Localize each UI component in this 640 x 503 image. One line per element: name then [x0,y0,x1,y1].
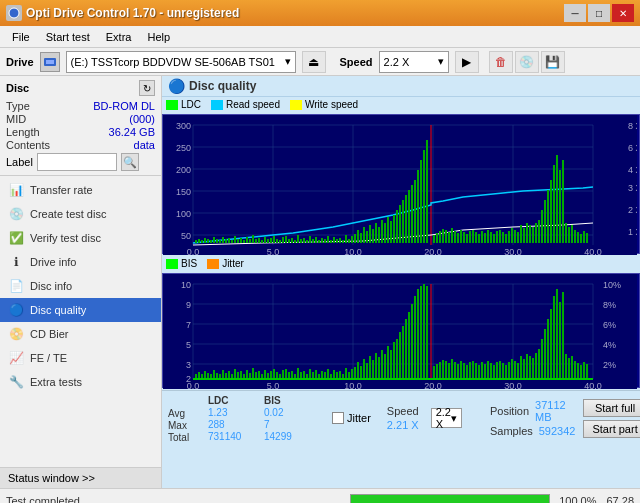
speed-label: Speed [340,56,373,68]
svg-text:4%: 4% [603,340,616,350]
chart-header: 🔵 Disc quality [162,76,640,97]
status-window-button[interactable]: Status window >> [0,467,161,488]
svg-rect-264 [405,319,407,379]
speed-apply-icon[interactable]: ▶ [455,51,479,73]
svg-rect-65 [288,239,290,243]
sidebar-item-disc-info[interactable]: 📄 Disc info [0,274,161,298]
svg-rect-286 [475,363,477,379]
verify-test-disc-label: Verify test disc [30,232,101,244]
svg-rect-155 [562,160,564,243]
svg-rect-82 [339,238,341,243]
svg-rect-223 [282,370,284,379]
svg-rect-115 [442,229,444,243]
svg-rect-260 [393,342,395,379]
speed-stat-select[interactable]: 2.2 X ▾ [431,408,462,428]
speed-select[interactable]: 2.2 X ▾ [379,51,449,73]
svg-rect-271 [426,286,428,379]
svg-text:20.0: 20.0 [424,381,442,389]
svg-rect-298 [511,359,513,379]
svg-rect-114 [439,231,441,243]
progress-bar [351,495,549,503]
svg-rect-211 [246,370,248,379]
svg-rect-58 [267,239,269,243]
sidebar-item-disc-quality[interactable]: 🔵 Disc quality [0,298,161,322]
svg-rect-267 [414,296,416,379]
svg-rect-135 [502,232,504,243]
disc-section: Disc ↻ Type BD-ROM DL MID (000) Length 3… [0,76,161,176]
svg-rect-159 [574,230,576,243]
jitter-section: Jitter [332,412,371,424]
svg-rect-319 [574,361,576,379]
read-speed-label: Read speed [226,99,280,110]
svg-rect-49 [240,238,242,243]
maximize-button[interactable]: □ [588,4,610,22]
svg-rect-137 [508,231,510,243]
disc-label-label: Label [6,156,33,168]
sidebar-item-create-test-disc[interactable]: 💿 Create test disc [0,202,161,226]
svg-rect-52 [249,239,251,243]
svg-rect-131 [490,232,492,243]
svg-rect-101 [396,210,398,243]
disc-label-input[interactable] [37,153,117,171]
disc-length-row: Length 36.24 GB [6,126,155,138]
drive-info-label: Drive info [30,256,76,268]
max-bis: 7 [264,419,304,430]
close-button[interactable]: ✕ [612,4,634,22]
svg-rect-297 [508,362,510,379]
svg-rect-248 [357,362,359,379]
start-part-button[interactable]: Start part [583,420,640,438]
svg-rect-107 [414,180,416,243]
verify-test-disc-icon: ✅ [8,230,24,246]
drive-select[interactable]: (E:) TSSTcorp BDDVDW SE-506AB TS01 ▾ [66,51,296,73]
svg-rect-282 [463,363,465,379]
max-label: Max [168,420,200,431]
menu-start-test[interactable]: Start test [38,29,98,45]
svg-rect-321 [580,365,582,379]
sidebar-item-verify-test-disc[interactable]: ✅ Verify test disc [0,226,161,250]
svg-rect-86 [351,236,353,243]
app-icon [6,5,22,21]
svg-rect-36 [201,240,203,243]
jitter-label: Jitter [347,412,371,424]
svg-rect-228 [297,368,299,379]
transfer-rate-icon: 📊 [8,182,24,198]
samples-row: Samples 592342 [490,425,576,437]
create-test-disc-icon: 💿 [8,206,24,222]
svg-text:5.0: 5.0 [267,381,280,389]
start-full-button[interactable]: Start full [583,399,640,417]
sidebar-item-drive-info[interactable]: ℹ Drive info [0,250,161,274]
title-bar-text: Opti Drive Control 1.70 - unregistered [26,6,239,20]
svg-rect-220 [273,369,275,379]
disc-label-icon[interactable]: 🔍 [121,153,139,171]
svg-rect-229 [300,372,302,379]
time-text: 67.28 [606,495,634,503]
disc-refresh-button[interactable]: ↻ [139,80,155,96]
menu-help[interactable]: Help [139,29,178,45]
svg-rect-116 [445,230,447,243]
drive-icon [40,52,60,72]
menu-file[interactable]: File [4,29,38,45]
sidebar-item-fe-te[interactable]: 📈 FE / TE [0,346,161,370]
burn-icon[interactable]: 💿 [515,51,539,73]
svg-text:5.0: 5.0 [267,247,280,255]
sidebar-item-transfer-rate[interactable]: 📊 Transfer rate [0,178,161,202]
svg-rect-217 [264,370,266,379]
svg-rect-83 [342,240,344,243]
svg-rect-224 [285,369,287,379]
svg-rect-309 [544,329,546,379]
svg-rect-67 [294,240,296,243]
total-label: Total [168,432,200,443]
svg-text:3 X: 3 X [628,183,637,193]
svg-rect-57 [264,237,266,243]
sidebar-item-extra-tests[interactable]: 🔧 Extra tests [0,370,161,394]
disc-type-label: Type [6,100,30,112]
save-icon[interactable]: 💾 [541,51,565,73]
drive-eject-icon[interactable]: ⏏ [302,51,326,73]
erase-icon[interactable]: 🗑 [489,51,513,73]
jitter-checkbox[interactable] [332,412,344,424]
svg-rect-108 [417,170,419,243]
extra-tests-icon: 🔧 [8,374,24,390]
sidebar-item-cd-bier[interactable]: 📀 CD Bier [0,322,161,346]
menu-extra[interactable]: Extra [98,29,140,45]
minimize-button[interactable]: ─ [564,4,586,22]
